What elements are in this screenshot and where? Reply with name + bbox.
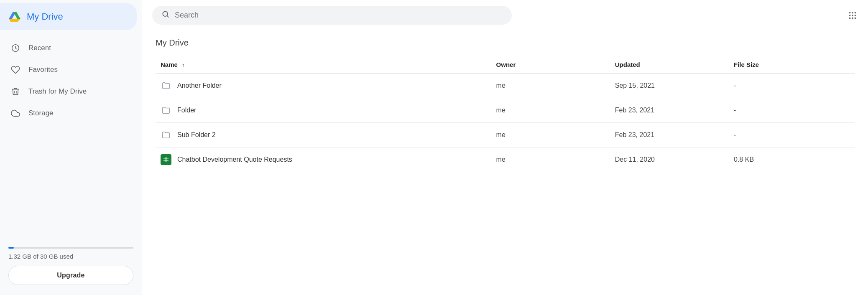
sidebar-title: My Drive xyxy=(27,11,63,22)
sidebar-item-recent[interactable]: Recent xyxy=(0,38,137,58)
file-name-cell: Folder xyxy=(156,98,491,123)
storage-label: 1.32 GB of 30 GB used xyxy=(8,253,133,260)
clock-icon xyxy=(10,43,21,53)
folder-icon xyxy=(161,80,171,91)
file-owner: me xyxy=(491,74,610,98)
sheets-icon xyxy=(161,154,171,165)
svg-point-7 xyxy=(852,15,853,16)
svg-point-8 xyxy=(855,15,856,16)
file-name: Folder xyxy=(177,107,196,114)
file-updated: Sep 15, 2021 xyxy=(610,74,729,98)
col-header-owner[interactable]: Owner xyxy=(491,57,610,74)
file-size: - xyxy=(729,123,855,148)
sidebar-nav: Recent Favorites Trash for My Drive xyxy=(0,33,142,240)
table-row[interactable]: Sub Folder 2 me Feb 23, 2021 - xyxy=(156,123,855,148)
svg-line-2 xyxy=(167,16,169,18)
svg-point-3 xyxy=(849,12,851,13)
sidebar-item-trash[interactable]: Trash for My Drive xyxy=(0,81,137,102)
table-row[interactable]: Folder me Feb 23, 2021 - xyxy=(156,98,855,123)
search-bar[interactable] xyxy=(152,6,512,25)
storage-bar-fill xyxy=(8,247,14,249)
col-header-name[interactable]: Name ↑ xyxy=(156,57,491,74)
sidebar-item-favorites-label: Favorites xyxy=(28,66,58,74)
file-updated: Feb 23, 2021 xyxy=(610,123,729,148)
section-title: My Drive xyxy=(156,38,855,48)
heart-icon xyxy=(10,65,21,74)
upgrade-button[interactable]: Upgrade xyxy=(8,266,133,285)
sidebar-footer: 1.32 GB of 30 GB used Upgrade xyxy=(0,240,142,295)
cloud-icon xyxy=(10,109,21,118)
col-header-updated[interactable]: Updated xyxy=(610,57,729,74)
file-name-cell: Another Folder xyxy=(156,74,491,98)
svg-point-4 xyxy=(852,12,853,13)
topbar-actions xyxy=(845,8,860,23)
svg-point-5 xyxy=(855,12,856,13)
sidebar-item-storage[interactable]: Storage xyxy=(0,103,137,124)
svg-point-10 xyxy=(852,17,853,19)
drive-icon xyxy=(8,11,21,23)
file-name-cell: Sub Folder 2 xyxy=(156,123,491,148)
sidebar: My Drive Recent Favorites xyxy=(0,0,142,295)
trash-icon xyxy=(10,87,21,96)
file-owner: me xyxy=(491,123,610,148)
sidebar-item-storage-label: Storage xyxy=(28,109,54,117)
table-row[interactable]: Another Folder me Sep 15, 2021 - xyxy=(156,74,855,98)
folder-icon xyxy=(161,130,171,140)
table-row[interactable]: Chatbot Development Quote Requests me De… xyxy=(156,148,855,172)
sidebar-item-recent-label: Recent xyxy=(28,44,51,52)
svg-point-1 xyxy=(163,11,168,16)
file-updated: Feb 23, 2021 xyxy=(610,98,729,123)
svg-point-11 xyxy=(855,17,856,19)
sidebar-item-trash-label: Trash for My Drive xyxy=(28,87,87,96)
svg-rect-12 xyxy=(163,157,168,162)
file-owner: me xyxy=(491,98,610,123)
folder-icon xyxy=(161,105,171,116)
file-size: 0.8 KB xyxy=(729,148,855,172)
search-input[interactable] xyxy=(175,11,503,20)
file-updated: Dec 11, 2020 xyxy=(610,148,729,172)
topbar xyxy=(142,0,868,31)
content-area: My Drive Name ↑ Owner Updated File Size xyxy=(142,31,868,295)
col-header-filesize[interactable]: File Size xyxy=(729,57,855,74)
files-table: Name ↑ Owner Updated File Size Another F… xyxy=(156,57,855,172)
svg-point-9 xyxy=(849,17,851,19)
file-name: Chatbot Development Quote Requests xyxy=(177,156,292,163)
file-owner: me xyxy=(491,148,610,172)
sort-asc-icon: ↑ xyxy=(182,62,185,68)
grid-view-button[interactable] xyxy=(845,8,860,23)
sidebar-item-favorites[interactable]: Favorites xyxy=(0,59,137,80)
file-size: - xyxy=(729,98,855,123)
sidebar-mydrive-header[interactable]: My Drive xyxy=(0,3,137,30)
main-content: My Drive Name ↑ Owner Updated File Size xyxy=(142,0,868,295)
file-name: Another Folder xyxy=(177,82,222,89)
file-name: Sub Folder 2 xyxy=(177,131,216,139)
search-icon xyxy=(161,10,170,20)
file-size: - xyxy=(729,74,855,98)
file-name-cell: Chatbot Development Quote Requests xyxy=(156,148,491,172)
svg-point-6 xyxy=(849,15,851,16)
storage-bar-background xyxy=(8,247,133,249)
